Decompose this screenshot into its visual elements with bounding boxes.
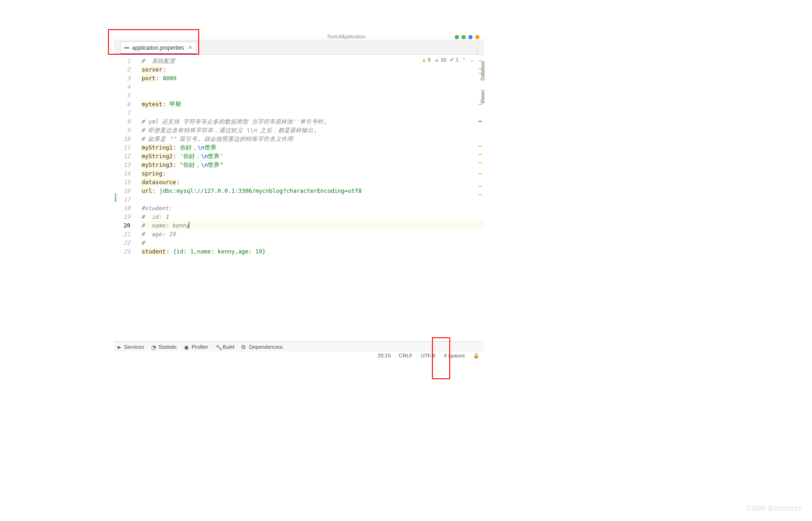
tab-bar-more-icon[interactable]: ⋮ (474, 47, 484, 54)
code-line-14[interactable]: spring: (141, 169, 484, 178)
run-icon[interactable] (455, 35, 459, 39)
code-line-15[interactable]: datasource: (141, 178, 484, 186)
code-line-4[interactable] (141, 83, 484, 91)
status-bar: 20:15 CRLF UTF-8 4 spaces 🔒 (114, 351, 484, 360)
weak-warning-indicator[interactable]: ▲10 (434, 57, 446, 62)
code-line-10[interactable]: # 如果是 "" 双引号, 就会按照里边的特殊字符含义作用 (141, 134, 484, 143)
code-line-2[interactable]: server: (141, 65, 484, 74)
code-line-20[interactable]: # name: kenny (141, 221, 484, 230)
code-line-6[interactable]: mytest: 甲斯 (141, 100, 484, 108)
warning-indicator[interactable]: ▲5 (421, 57, 431, 62)
vcs-change-bar (115, 193, 116, 202)
readonly-lock-icon[interactable]: 🔒 (471, 352, 481, 359)
services-tool-button[interactable]: ➤ Services (117, 344, 144, 350)
warning-icon: ▲ (421, 57, 427, 62)
dependencies-tool-button[interactable]: ⧉ Dependencies (242, 344, 283, 350)
tab-filename: application.properties (132, 45, 184, 51)
code-line-13[interactable]: myString3: "你好，\n世界" (141, 160, 484, 169)
code-line-22[interactable]: # (141, 238, 484, 247)
code-line-8[interactable]: # yml 还支持 字符串等众多的数据类型 当字符串原样加''单引号时, (141, 117, 484, 126)
right-tool-2[interactable]: Database (480, 59, 487, 83)
code-content[interactable]: # 系统配置server: port: 8080 mytest: 甲斯 # ym… (138, 55, 484, 342)
dependencies-icon: ⧉ (242, 344, 247, 350)
profiler-tool-button[interactable]: ◉ Profiler (184, 344, 208, 350)
status-line-separator[interactable]: CRLF (397, 353, 414, 358)
statistic-tool-button[interactable]: ◔ Statistic (151, 344, 177, 350)
toolbar-action-icons (455, 35, 479, 39)
editor-tab-bar: application.properties ✕ ⋮ (114, 41, 484, 55)
properties-file-icon (123, 45, 130, 51)
code-line-9[interactable]: # 即使里边含有特殊字符串，通过转义 \\n 之后，都是原样输出, (141, 126, 484, 134)
build-tool-button[interactable]: 🔨 Build (216, 344, 235, 350)
svg-rect-2 (125, 47, 128, 48)
inspection-summary[interactable]: ▲5 ▲10 ✔1 ⌃ ⌄ (421, 57, 474, 63)
right-tool-stripe: Maven Database (480, 59, 487, 105)
inspection-next-icon[interactable]: ⌄ (470, 57, 474, 63)
run-config-label: TestUIApplication (327, 34, 365, 39)
build-icon: 🔨 (216, 344, 221, 350)
fold-bar (134, 55, 138, 342)
code-line-17[interactable] (141, 195, 484, 204)
code-line-23[interactable]: student: {id: 1,name: kenny,age: 19} (141, 247, 484, 256)
code-line-18[interactable]: #student: (141, 204, 484, 212)
editor-tab-active[interactable]: application.properties ✕ (120, 41, 196, 54)
stop-icon[interactable] (475, 35, 479, 39)
status-caret-position[interactable]: 20:15 (376, 353, 393, 358)
top-toolbar-fragment: TestUIApplication (114, 37, 484, 41)
code-line-16[interactable]: url: jdbc:mysql://127.0.0.1:3306/mycnblo… (141, 186, 484, 195)
code-line-5[interactable] (141, 91, 484, 100)
line-number-gutter: 1234567891011121314151617181920212223 (114, 55, 134, 342)
code-line-11[interactable]: myString1: 你好，\n世界 (141, 143, 484, 152)
bottom-tool-stripe: ➤ Services ◔ Statistic ◉ Profiler 🔨 Buil… (114, 341, 484, 351)
tab-close-icon[interactable]: ✕ (188, 45, 192, 51)
debug-icon[interactable] (462, 35, 466, 39)
code-line-12[interactable]: myString2: '你好，\n世界' (141, 152, 484, 160)
services-icon: ➤ (117, 344, 122, 350)
profiler-icon: ◉ (184, 344, 190, 350)
code-line-21[interactable]: # age: 19 (141, 230, 484, 238)
code-line-7[interactable] (141, 108, 484, 117)
inspection-prev-icon[interactable]: ⌃ (462, 57, 466, 63)
watermark: CSDN @zzzzzzzz' (746, 505, 803, 512)
typo-icon: ✔ (450, 57, 454, 63)
code-editor[interactable]: 1234567891011121314151617181920212223 # … (114, 55, 484, 342)
right-tool-1[interactable]: Maven (480, 88, 487, 105)
weak-warning-icon: ▲ (434, 57, 439, 62)
code-line-19[interactable]: # id: 1 (141, 212, 484, 221)
status-indent[interactable]: 4 spaces (442, 353, 467, 358)
coverage-icon[interactable] (468, 35, 473, 39)
statistic-icon: ◔ (151, 344, 157, 350)
status-encoding[interactable]: UTF-8 (419, 353, 437, 358)
code-line-3[interactable]: port: 8080 (141, 74, 484, 83)
typo-indicator[interactable]: ✔1 (450, 57, 458, 63)
